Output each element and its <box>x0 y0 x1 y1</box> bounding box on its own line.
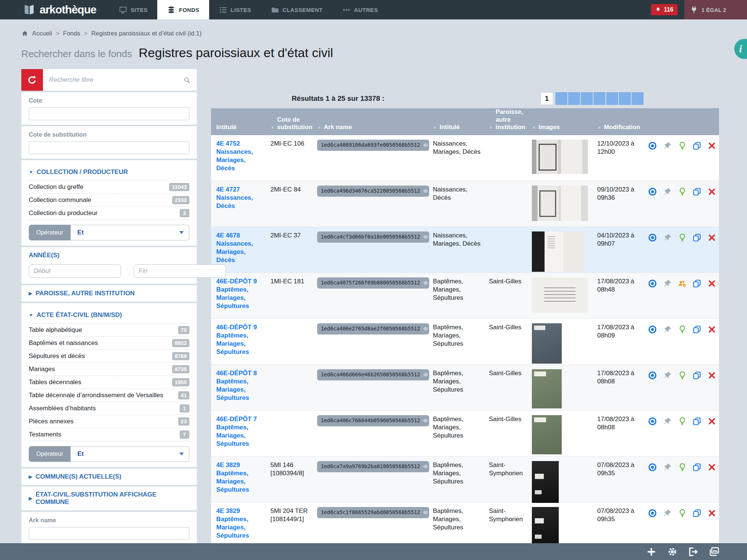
nav-item-classement[interactable]: CLASSEMENT <box>261 0 332 19</box>
section-header-acte[interactable]: ▼ ACTE ÉTAT-CIVIL (BN/M/SD) <box>29 307 189 324</box>
year-end-input[interactable] <box>134 264 226 278</box>
target-icon[interactable] <box>648 140 657 151</box>
lightbulb-icon[interactable] <box>678 324 687 335</box>
pushpin-icon[interactable] <box>663 186 672 197</box>
copy-icon[interactable] <box>692 508 702 519</box>
section-header-substitution[interactable]: ▶ ÉTAT-CIVIL.SUBSTITUTION AFFICHAGE COMM… <box>29 486 189 510</box>
record-link[interactable]: 4E 3829Baptêmes, Mariages, Sépultures <box>216 507 263 539</box>
ark-pill[interactable]: 1ed6ca4cf3d66bf0a18e0050568b5512 <box>317 231 429 243</box>
sort-asc-icon[interactable]: ▲ <box>489 125 493 130</box>
target-icon[interactable] <box>648 324 657 335</box>
filter-item[interactable]: Collection du greffe 11043 <box>29 181 189 194</box>
copy-icon[interactable] <box>692 324 702 335</box>
pushpin-icon[interactable] <box>663 462 672 473</box>
record-link[interactable]: 4E 4678Naissances, Mariages, Décès <box>216 231 263 264</box>
sort-asc-icon[interactable]: ▲ <box>317 125 321 130</box>
page-button[interactable] <box>606 92 618 105</box>
target-icon[interactable] <box>648 416 657 427</box>
copy-icon[interactable] <box>692 416 702 427</box>
delete-x-icon[interactable] <box>707 186 717 197</box>
info-button[interactable]: i <box>734 39 747 59</box>
user-session[interactable]: 1 ÉGAL 2 <box>684 0 747 19</box>
target-icon[interactable] <box>648 508 657 519</box>
filter-item[interactable]: Baptêmes et naissances 8802 <box>29 337 189 350</box>
record-thumbnail[interactable] <box>532 323 562 364</box>
ark-pill[interactable]: 1ed6ca406d666e46b2650050568b5512 <box>317 369 429 380</box>
delete-x-icon[interactable] <box>707 462 717 473</box>
reset-search-button[interactable] <box>21 69 43 91</box>
sign-out-button[interactable] <box>687 546 699 558</box>
pushpin-icon[interactable] <box>663 232 672 243</box>
section-header-paroisse[interactable]: ▶ PAROISSE, AUTRE INSTITUTION <box>29 285 189 302</box>
gear-button[interactable] <box>666 546 678 558</box>
record-thumbnail[interactable] <box>532 231 584 272</box>
images-button[interactable] <box>708 546 720 558</box>
sort-asc-icon[interactable]: ▲ <box>433 125 437 130</box>
record-thumbnail[interactable] <box>532 415 562 454</box>
record-link[interactable]: 46E-DÉPÔT 9Baptêmes, Mariages, Sépulture… <box>216 277 263 309</box>
page-button[interactable] <box>593 92 605 105</box>
filter-item[interactable]: Table décennale d’arrondissement de Vers… <box>29 389 189 402</box>
plus-button[interactable] <box>645 546 657 558</box>
delete-x-icon[interactable] <box>707 508 717 519</box>
page-button-current[interactable]: 1 <box>540 92 553 105</box>
lightbulb-icon[interactable] <box>678 140 687 151</box>
pushpin-icon[interactable] <box>663 370 672 381</box>
nav-item-autres[interactable]: AUTRES <box>332 0 388 19</box>
target-icon[interactable] <box>648 462 657 473</box>
ark-pill[interactable]: 1ed6ca4869106da893fe0050568b5512 <box>317 140 429 151</box>
sort-asc-icon[interactable]: ▲ <box>532 125 536 130</box>
lightbulb-icon[interactable] <box>678 232 687 243</box>
breadcrumb-item[interactable]: Fonds <box>63 30 80 37</box>
nav-item-sites[interactable]: SITES <box>109 0 157 19</box>
copy-icon[interactable] <box>692 232 702 243</box>
pushpin-icon[interactable] <box>663 324 672 335</box>
copy-icon[interactable] <box>692 370 702 381</box>
lightbulb-icon[interactable] <box>678 462 687 473</box>
record-thumbnail[interactable] <box>532 461 559 503</box>
lightbulb-icon[interactable] <box>678 416 687 427</box>
home-icon[interactable] <box>21 30 28 37</box>
ark-pill[interactable]: 1ed6ca406c766644b0590050568b5512 <box>317 415 429 426</box>
delete-x-icon[interactable] <box>707 140 717 151</box>
free-search-input[interactable] <box>49 76 183 84</box>
target-icon[interactable] <box>648 278 657 289</box>
app-logo[interactable]: arkothèque <box>0 0 109 19</box>
record-thumbnail[interactable] <box>532 507 559 549</box>
pushpin-icon[interactable] <box>663 278 672 289</box>
cote-substitution-input[interactable] <box>29 141 189 154</box>
nav-item-fonds[interactable]: FONDS <box>157 0 209 19</box>
search-icon[interactable] <box>183 76 191 84</box>
record-thumbnail[interactable] <box>532 369 562 408</box>
delete-x-icon[interactable] <box>707 278 717 289</box>
year-start-input[interactable] <box>29 264 121 278</box>
delete-x-icon[interactable] <box>707 232 717 243</box>
ark-name-input[interactable] <box>29 527 189 540</box>
nav-item-listes[interactable]: LISTES <box>209 0 261 19</box>
target-icon[interactable] <box>648 232 657 243</box>
delete-x-icon[interactable] <box>707 370 717 381</box>
page-button[interactable] <box>568 92 580 105</box>
delete-x-icon[interactable] <box>707 324 717 335</box>
section-header-collection[interactable]: ▼ COLLECTION / PRODUCTEUR <box>29 164 189 181</box>
lightbulb-icon[interactable] <box>678 186 687 197</box>
cote-input[interactable] <box>29 108 189 120</box>
breadcrumb-item[interactable]: Accueil <box>32 30 52 37</box>
page-button[interactable] <box>619 92 631 105</box>
page-button[interactable] <box>555 92 567 105</box>
sort-asc-icon[interactable]: ▲ <box>270 125 275 130</box>
operator-select[interactable]: Et <box>71 446 189 462</box>
filter-item[interactable]: Pièces annexes 23 <box>29 415 189 428</box>
ark-pill[interactable]: 1ed6ca406e2765d8ae2f0050568b5512 <box>317 323 429 335</box>
delete-x-icon[interactable] <box>707 416 717 427</box>
filter-item[interactable]: Mariages 8735 <box>29 363 189 376</box>
section-header-communes[interactable]: ▶ COMMUNE(S) ACTUELLE(S) <box>29 469 189 485</box>
sort-asc-icon[interactable]: ▲ <box>597 125 601 130</box>
record-link[interactable]: 4E 3829Baptêmes, Mariages, Sépultures <box>216 461 263 493</box>
record-thumbnail[interactable] <box>532 140 588 174</box>
record-link[interactable]: 46E-DÉPÔT 7Baptêmes, Mariages, Sépulture… <box>216 415 263 447</box>
filter-item[interactable]: Assemblées d’habitants 1 <box>29 402 189 415</box>
ark-pill[interactable]: 1ed6ca496d34676ca5220050568b5512 <box>317 186 429 197</box>
copy-icon[interactable] <box>692 462 702 473</box>
target-icon[interactable] <box>648 370 657 381</box>
